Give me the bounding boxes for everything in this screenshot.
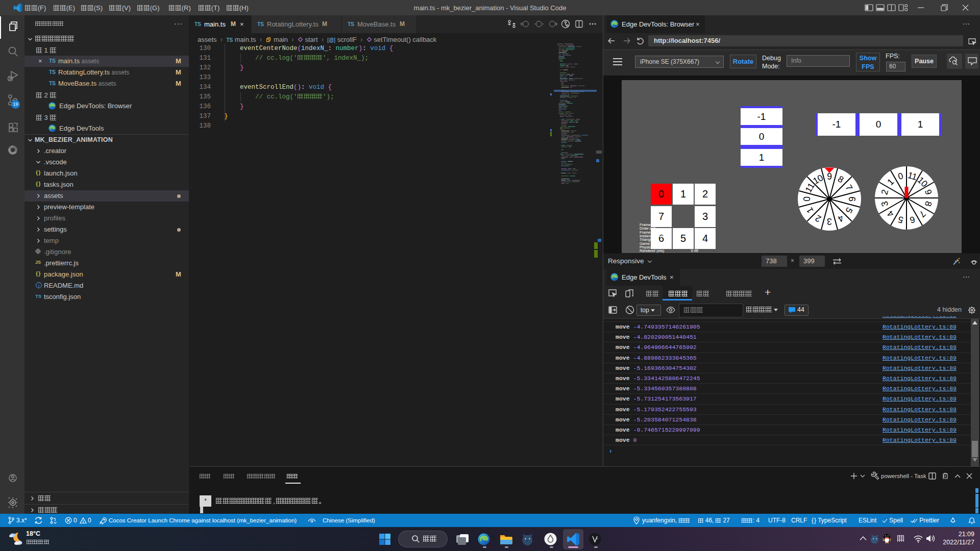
svg-text:6: 6	[847, 196, 857, 202]
svg-text:3: 3	[827, 216, 832, 227]
svg-text:0: 0	[802, 196, 812, 202]
